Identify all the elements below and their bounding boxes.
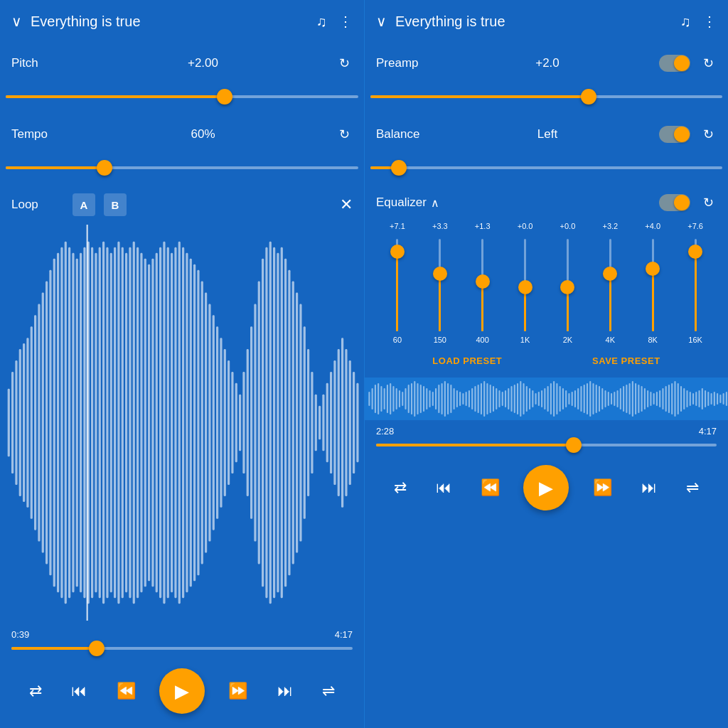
right-chevron-icon[interactable]: ∨	[376, 13, 387, 30]
svg-rect-12	[53, 259, 55, 587]
save-preset-button[interactable]: SAVE PRESET	[592, 355, 660, 366]
svg-rect-148	[532, 390, 533, 407]
svg-rect-127	[469, 390, 470, 407]
svg-rect-67	[262, 259, 264, 587]
svg-rect-30	[122, 247, 124, 598]
left-rewind-button[interactable]: ⏪	[111, 679, 141, 703]
left-play-button[interactable]: ▶	[159, 668, 205, 714]
svg-rect-98	[380, 386, 382, 412]
eq-band-2[interactable]: 400	[461, 239, 504, 346]
svg-rect-157	[560, 386, 561, 412]
right-rewind-button[interactable]: ⏪	[475, 476, 505, 500]
svg-rect-64	[250, 326, 252, 519]
svg-rect-170	[599, 386, 600, 412]
svg-rect-169	[596, 385, 597, 413]
svg-rect-117	[438, 385, 439, 413]
left-more-icon[interactable]: ⋮	[338, 13, 353, 30]
svg-rect-192	[665, 386, 667, 412]
right-play-button[interactable]: ▶	[523, 465, 569, 510]
left-panel: ∨ Everything is true ♫ ⋮ Pitch +2.00 ↻ T…	[0, 0, 364, 728]
eq-toggle[interactable]	[659, 194, 690, 211]
eq-band-4[interactable]: 2K	[547, 239, 589, 346]
eq-chevron-icon[interactable]: ∧	[431, 196, 439, 210]
right-forward-button[interactable]: ⏩	[587, 476, 618, 500]
svg-rect-71	[277, 253, 279, 592]
svg-rect-163	[577, 388, 579, 410]
load-preset-button[interactable]: LOAD PRESET	[432, 355, 502, 366]
eq-reset-button[interactable]: ↻	[700, 192, 717, 213]
loop-b-button[interactable]: B	[104, 193, 127, 216]
svg-rect-168	[592, 383, 594, 414]
left-progress-slider[interactable]	[11, 647, 353, 650]
eq-band-1[interactable]: 150	[419, 239, 461, 346]
right-prev-button[interactable]: ⏮	[430, 476, 457, 500]
left-repeat-button[interactable]: ⇄	[23, 679, 48, 703]
tempo-reset-button[interactable]: ↻	[336, 124, 353, 145]
right-repeat-button[interactable]: ⇄	[388, 476, 412, 500]
right-playlist-icon[interactable]: ♫	[680, 14, 691, 30]
left-playback-bar: 0:39 4:17	[0, 623, 364, 660]
eq-band-7[interactable]: 16K	[674, 239, 717, 346]
svg-rect-76	[296, 292, 298, 552]
eq-freq-1: 150	[434, 336, 446, 344]
svg-rect-136	[496, 388, 497, 410]
svg-rect-160	[568, 393, 569, 405]
svg-rect-200	[690, 392, 691, 406]
svg-rect-115	[432, 392, 434, 406]
svg-rect-173	[608, 392, 609, 406]
eq-band-0[interactable]: 60	[376, 239, 419, 346]
svg-rect-91	[353, 372, 355, 473]
eq-val-1: +3.3	[432, 222, 448, 230]
loop-close-icon[interactable]: ✕	[340, 196, 353, 214]
left-playlist-icon[interactable]: ♫	[316, 14, 327, 30]
right-shuffle-button[interactable]: ⇌	[680, 476, 705, 500]
eq-band-6[interactable]: 8K	[631, 239, 674, 346]
left-shuffle-button[interactable]: ⇌	[316, 679, 341, 703]
svg-rect-55	[216, 326, 218, 519]
left-prev-button[interactable]: ⏮	[65, 679, 92, 703]
svg-rect-120	[447, 383, 449, 414]
svg-rect-202	[695, 392, 697, 406]
tempo-slider[interactable]	[0, 156, 364, 185]
eq-band-3[interactable]: 1K	[504, 239, 547, 346]
right-next-button[interactable]: ⏭	[636, 476, 663, 500]
balance-reset-button[interactable]: ↻	[700, 124, 717, 145]
right-more-icon[interactable]: ⋮	[702, 13, 717, 30]
svg-rect-27	[110, 253, 112, 592]
eq-label: Equalizer	[376, 196, 427, 210]
svg-rect-39	[156, 253, 158, 592]
left-chevron-icon[interactable]: ∨	[11, 13, 22, 30]
svg-rect-51	[201, 282, 203, 564]
tempo-label: Tempo	[11, 127, 75, 141]
svg-rect-103	[396, 388, 397, 410]
svg-rect-144	[520, 381, 521, 417]
svg-rect-112	[423, 386, 424, 412]
svg-rect-43	[171, 253, 173, 592]
preamp-reset-button[interactable]: ↻	[700, 53, 717, 74]
svg-rect-78	[304, 326, 306, 519]
svg-rect-174	[611, 393, 612, 405]
svg-rect-194	[671, 383, 673, 414]
preamp-value: +2.0	[440, 56, 655, 70]
svg-rect-22	[91, 247, 93, 598]
svg-rect-138	[502, 392, 503, 406]
balance-slider[interactable]	[365, 156, 728, 185]
pitch-reset-button[interactable]: ↻	[336, 53, 353, 74]
svg-rect-23	[95, 253, 97, 592]
svg-rect-131	[481, 383, 482, 414]
preamp-toggle[interactable]	[659, 55, 690, 72]
svg-rect-33	[133, 242, 135, 604]
right-progress-slider[interactable]	[376, 444, 717, 446]
svg-rect-195	[674, 381, 675, 417]
svg-rect-85	[330, 372, 332, 473]
eq-band-5[interactable]: 4K	[589, 239, 631, 346]
loop-a-button[interactable]: A	[73, 193, 95, 216]
pitch-slider[interactable]	[0, 85, 364, 114]
svg-rect-113	[426, 388, 427, 410]
svg-rect-68	[265, 247, 267, 598]
left-next-button[interactable]: ⏭	[272, 679, 299, 703]
preamp-slider[interactable]	[365, 85, 728, 114]
svg-rect-156	[556, 383, 557, 414]
left-forward-button[interactable]: ⏩	[223, 679, 253, 703]
balance-toggle[interactable]	[659, 126, 690, 143]
